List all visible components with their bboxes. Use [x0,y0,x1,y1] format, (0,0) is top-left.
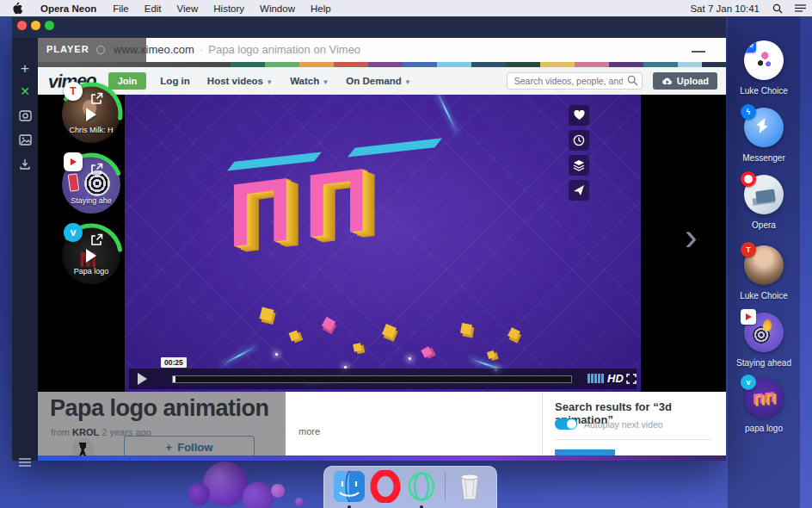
menu-history[interactable]: History [206,3,252,14]
author-link[interactable]: KROL [72,427,99,437]
video-bubble-chris-milk[interactable]: T Chris Milk: H [62,84,120,143]
video-bubble-staying-ahead[interactable]: Staying ahe [62,155,120,214]
dock [323,466,497,508]
speed-dial-thumbnail[interactable] [744,313,784,352]
chevron-down-icon: ▼ [322,78,329,86]
search-box[interactable] [507,72,643,90]
speed-dial-messenger[interactable]: ϟ Messenger [728,108,800,163]
playhead[interactable] [173,376,175,382]
upload-button[interactable]: Upload [653,72,717,90]
player-controls: 00:25 HD [129,369,637,389]
youtube-badge-icon [741,309,756,325]
speed-dial-label: Staying ahead [728,358,800,368]
popout-minimize-icon[interactable] [692,51,705,53]
menu-help[interactable]: Help [303,3,339,14]
progress-bar[interactable] [172,375,572,383]
volume-bars[interactable] [587,374,604,383]
like-heart-button[interactable] [569,105,589,126]
fullscreen-icon[interactable] [626,374,637,384]
dock-finder-icon[interactable] [333,470,366,503]
close-tab-x-icon[interactable]: ✕ [12,84,38,98]
speed-dial-luke-choice-ted[interactable]: T Luke Choice [728,245,800,300]
menu-window[interactable]: Window [252,3,303,14]
messenger-badge-icon: ϟ [741,104,756,120]
page-bottom-strip [38,455,726,461]
downloads-icon[interactable] [12,158,38,170]
speed-dial-thumbnail[interactable] [744,175,784,214]
menu-view[interactable]: View [169,3,206,14]
next-result-thumbnail[interactable] [555,449,615,455]
video-action-buttons [569,105,589,205]
watch-later-clock-button[interactable] [569,130,589,151]
menu-clock[interactable]: Sat 7 Jan 10:41 [683,3,766,14]
player-record-icon [96,46,105,54]
hd-badge[interactable]: HD [607,372,624,385]
page-url[interactable]: www.ximeo.com [114,43,194,56]
autoplay-toggle[interactable] [555,418,577,430]
speed-dial-opera[interactable]: Opera [728,175,800,230]
share-plane-button[interactable] [569,180,589,201]
notification-center-icon[interactable] [789,3,812,13]
external-link-icon[interactable] [90,163,103,176]
desktop: Opera Neon File Edit View History Window… [0,0,812,508]
video-background-pattern [125,95,641,392]
speed-dial-thumbnail[interactable]: Bē [744,40,784,80]
close-window-button[interactable] [17,21,27,30]
speed-dial-label: Luke Choice [728,86,800,96]
collections-layers-button[interactable] [569,155,589,176]
menu-edit[interactable]: Edit [137,3,169,14]
papa-logo-3d-letters: ПП [228,152,381,261]
dock-opera-icon[interactable] [369,470,402,503]
zoom-window-button[interactable] [45,21,54,30]
speed-dial-thumbnail[interactable]: ϟ [744,108,784,147]
spotlight-search-icon[interactable] [766,3,789,14]
dock-divider [445,472,446,501]
login-link[interactable]: Log in [160,76,190,86]
video-title: Papa logo animation [50,395,269,422]
artwork-decoration [753,47,775,72]
menu-bar: Opera Neon File Edit View History Window… [0,0,812,16]
next-video-chevron[interactable]: › [685,215,698,258]
toggle-knob[interactable] [567,419,576,429]
more-link[interactable]: more [298,426,320,437]
desktop-bubble-decoration [188,483,210,505]
speed-dial-label: Luke Choice [728,291,800,300]
video-bubble-papa-logo[interactable]: M v Papa logo [62,226,120,284]
on-demand-menu[interactable]: On Demand ▼ [346,76,411,86]
play-icon[interactable] [86,108,96,121]
video-player-area[interactable]: ПП [38,95,726,392]
artwork-decoration [762,319,772,331]
dock-trash-icon[interactable] [453,470,486,503]
apple-menu-icon[interactable] [12,2,23,15]
new-tab-plus-icon[interactable]: + [12,60,38,77]
upload-cloud-icon [661,77,673,85]
hamburger-menu-icon[interactable] [12,458,38,467]
snapshot-camera-icon[interactable] [12,110,38,121]
host-videos-menu[interactable]: Host videos ▼ [207,76,273,86]
speed-dial-luke-choice-behance[interactable]: Bē Luke Choice [728,40,800,96]
speed-dial-panel: Bē Luke Choice ϟ Messenger Opera T L [728,16,800,508]
speed-dial-thumbnail[interactable]: T [744,245,784,285]
speed-dial-label: Messenger [728,153,800,163]
search-icon[interactable] [627,75,638,86]
minimize-window-button[interactable] [31,21,40,30]
window-tab-strip [12,17,726,38]
play-icon[interactable] [86,249,96,263]
dock-opera-neon-icon[interactable] [405,470,438,503]
external-link-icon[interactable] [90,233,103,246]
menu-file[interactable]: File [105,3,137,14]
desktop-bubble-decoration [271,484,285,498]
speed-dial-thumbnail[interactable]: ПП v [744,378,784,418]
play-button[interactable] [138,373,147,385]
artwork-decoration: ПП [753,389,775,409]
menu-app-name[interactable]: Opera Neon [32,3,105,14]
watch-menu[interactable]: Watch ▼ [290,76,329,86]
external-link-icon[interactable] [90,92,103,105]
address-title-line[interactable]: www.ximeo.com·Papa logo animation on Vim… [114,43,360,56]
gallery-images-icon[interactable] [12,134,38,146]
search-input[interactable] [507,72,643,90]
video-frame[interactable]: ПП [125,95,641,392]
speed-dial-staying-ahead[interactable]: Staying ahead [728,313,800,368]
speed-dial-papa-logo[interactable]: ПП v papa logo [728,378,800,433]
autoplay-row: Autoplay next video [555,418,663,430]
